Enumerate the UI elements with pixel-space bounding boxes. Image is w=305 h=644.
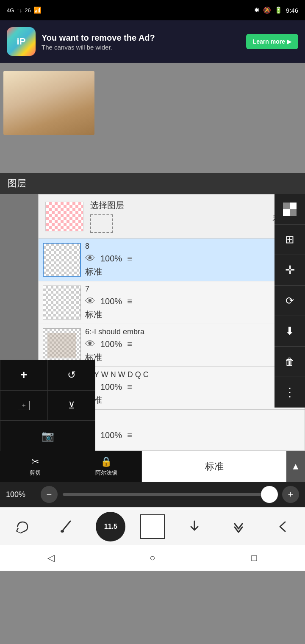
left-toolbar-area: + ↺ + ⊻ 📷 [0,173,95,451]
alpha-lock-label: 阿尔法锁 [95,469,117,477]
svg-rect-0 [283,203,290,209]
layer-7-controls: 👁 100% ≡ [85,295,300,307]
ad-subtitle: The canvas will be wider. [42,44,240,51]
layer-8-info: 8 👁 100% ≡ 标准 [85,242,300,278]
mute-icon: 🔕 [263,6,271,14]
brush-tool-button[interactable] [52,512,81,541]
home-nav-button[interactable]: ○ [136,547,169,569]
signal-bars: ↑↓ [17,7,22,14]
layer-8-mode: 标准 [85,266,300,278]
rotate-layer-button[interactable]: ↺ [48,360,96,390]
svg-point-8 [61,530,64,533]
brush-size-value: 11.5 [104,523,117,530]
main-wrapper: 图层 选择图层 未选择 8 [0,63,305,451]
system-nav: ◁ ○ □ [0,545,305,571]
opacity-value: 100% [6,490,36,499]
svg-line-4 [21,531,24,533]
checkerboard-button[interactable] [274,194,305,225]
layer-6-name: 6:-I should embra [85,328,300,336]
clip-label: 剪切 [30,469,41,477]
layer-5-mode: 标准 [85,394,300,406]
canvas-artwork [3,71,94,135]
export-button[interactable]: ⬇ [274,316,305,347]
lasso-icon [14,519,30,535]
layer-5-opacity: 100% [100,382,122,392]
recents-nav-icon: □ [251,552,257,564]
add-group-button[interactable]: + [0,390,48,421]
more-options-button[interactable]: ⋮ [274,377,305,408]
camera-button[interactable]: 📷 [0,421,95,451]
right-toolbar: ⊞ ✛ ⟳ ⬇ 🗑 ⋮ [274,194,305,408]
select-layer-title: 选择图层 [90,200,266,211]
add-layer-button[interactable]: + [0,360,48,390]
ad-app-icon: iP [7,27,36,56]
layer-4-number: 4 [85,419,300,428]
lasso-tool-button[interactable] [7,512,37,541]
bottom-nav: 11.5 [0,507,305,545]
layer-merge-button[interactable]: ⊞ [274,225,305,255]
layer-section: 图层 选择图层 未选择 8 [0,173,305,451]
layer-4-info: 4 👁 100% ≡ [85,419,300,441]
layer-6-opacity: 100% [100,339,122,349]
ad-banner: iP You want to remove the Ad? The canvas… [0,20,305,63]
opacity-slider[interactable] [63,493,277,496]
recents-nav-button[interactable]: □ [237,547,271,569]
learn-more-arrow: ▶ [287,38,291,45]
layer-4-controls: 👁 100% ≡ [85,430,300,441]
blend-mode-arrow[interactable]: ▲ [286,451,305,482]
layer-7-menu[interactable]: ≡ [127,297,132,306]
blend-mode-selector[interactable]: 标准 [142,451,286,482]
opacity-thumb[interactable] [261,486,278,503]
flatten-button[interactable]: ⊻ [48,390,96,421]
layer-7-info: 7 👁 100% ≡ 标准 [85,285,300,320]
back-button[interactable] [268,512,298,541]
bluetooth-icon: ✱ [254,6,260,14]
layer-7-number: 7 [85,285,300,294]
learn-more-label: Learn more [253,38,285,45]
alpha-lock-button[interactable]: 🔒 阿尔法锁 [71,451,142,482]
layer-5-menu[interactable]: ≡ [127,382,132,392]
layer-6-menu[interactable]: ≡ [127,339,132,349]
chevron-down-button[interactable] [224,512,253,541]
svg-line-5 [17,528,18,531]
layer-6-mode: 标准 [85,352,300,363]
layer-4-menu[interactable]: ≡ [127,430,132,440]
layer-8-opacity: 100% [100,254,122,264]
arrow-up-icon: ▲ [291,461,300,472]
layer-8-menu[interactable]: ≡ [127,254,132,264]
opacity-decrease-button[interactable]: − [41,486,58,503]
layer-6-info: 6:-I should embra 👁 100% ≡ 标准 [85,328,300,363]
svg-rect-2 [283,209,290,216]
move-button[interactable]: ✛ [274,255,305,286]
learn-more-button[interactable]: Learn more ▶ [246,34,298,49]
layer-6-controls: 👁 100% ≡ [85,338,300,350]
ad-title: You want to remove the Ad? [42,33,240,43]
minus-icon: − [47,489,52,500]
ad-icon-glyph: iP [17,36,26,47]
download-icon [187,519,202,534]
layer-8-controls: 👁 100% ≡ [85,253,300,264]
flip-button[interactable]: ⟳ [274,286,305,316]
status-left: 4G ↑↓ 26 📶 [7,6,42,14]
layer-5-controls: 👁 100% ≡ [85,381,300,393]
back-nav-button[interactable]: ◁ [34,547,68,569]
wifi-icon: 📶 [33,6,42,14]
canvas-area[interactable] [0,63,305,173]
brush-icon [58,519,75,535]
plus-icon: + [288,489,294,500]
time-display: 9:46 [286,7,298,14]
svg-rect-1 [290,203,297,209]
signal-2: 26 [25,7,30,14]
opacity-increase-button[interactable]: + [282,486,299,503]
chevron-down-icon [231,519,246,534]
clip-button[interactable]: ✂ 剪切 [0,451,71,482]
download-button[interactable] [180,512,209,541]
opacity-bar: 100% − + [0,482,305,507]
layer-5-name: 5:-Y W N W D Q C [85,370,300,379]
status-right: ✱ 🔕 🔋 9:46 [254,6,298,14]
alpha-lock-icon: 🔒 [100,456,112,467]
delete-layer-button[interactable]: 🗑 [274,347,305,377]
brush-size-button[interactable]: 11.5 [96,512,125,541]
color-swatch-button[interactable] [140,514,165,539]
svg-rect-3 [290,209,297,216]
